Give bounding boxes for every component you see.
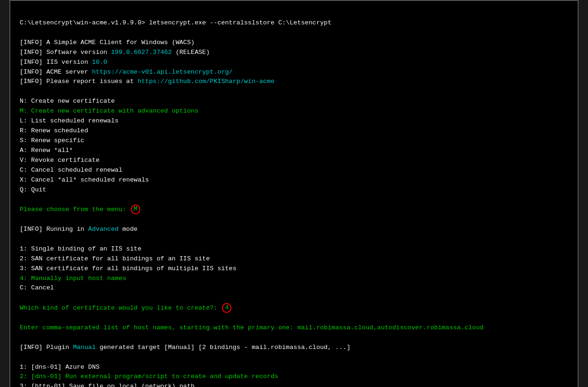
opt-1: 1: Single binding of an IIS site: [20, 245, 141, 252]
prompt-choose: Please choose from the menu:: [20, 206, 130, 213]
menu-x: X: Cancel *all* scheduled renewals: [20, 176, 149, 183]
terminal-content: C:\Letsencrypt\win-acme.v1.9.9.0> letsen…: [20, 8, 568, 387]
opt-c: C: Cancel: [20, 284, 54, 291]
info-wacs: [INFO] A Simple ACME Client for Windows …: [20, 39, 195, 46]
opt-4: 4: Manually input host names: [20, 275, 126, 282]
prompt-cert-input: 4: [222, 303, 231, 312]
terminal-window: C:\Letsencrypt\win-acme.v1.9.9.0> letsen…: [9, 0, 579, 387]
menu-r: R: Renew scheduled: [20, 127, 88, 134]
prompt-cert: Which kind of certificate would you like…: [20, 304, 221, 311]
opt-3: 3: SAN certificate for all bindings of m…: [20, 265, 237, 272]
menu-l: L: List scheduled renewals: [20, 117, 119, 124]
info-iis-prefix: [INFO] IIS version: [20, 59, 92, 66]
title-line: C:\Letsencrypt\win-acme.v1.9.9.0> letsen…: [20, 19, 331, 26]
menu-m: M: Create new certificate with advanced …: [20, 107, 199, 114]
version-suffix: (RELEASE): [172, 49, 210, 56]
info-report-prefix: [INFO] Please report issues at: [20, 78, 137, 85]
dns-2: 2: [dns-01] Run external program/script …: [20, 373, 278, 380]
version-value: 199.0.6627.37462: [111, 49, 172, 56]
prompt-hosts: Enter comma-separated list of host names…: [20, 324, 483, 331]
menu-s: S: Renew specific: [20, 137, 84, 144]
info-running-prefix: [INFO] Running in: [20, 226, 88, 233]
info-plugin-prefix: [INFO] Plugin: [20, 344, 73, 351]
menu-v: V: Revoke certificate: [20, 157, 99, 164]
menu-a: A: Renew *all*: [20, 147, 73, 154]
manual-label: Manual: [73, 344, 96, 351]
running-mode: mode: [119, 226, 138, 233]
menu-n: N: Create new certificate: [20, 98, 115, 105]
report-url: https://github.com/PKISharp/win-acme: [137, 78, 275, 85]
http-3: 3: [http-01] Save file on local (network…: [20, 383, 195, 387]
advanced-label: Advanced: [88, 226, 119, 233]
iis-value: 10.0: [92, 59, 107, 66]
plugin-rest: generated target [Manual] [2 bindings - …: [96, 344, 351, 351]
menu-c: C: Cancel scheduled renewal: [20, 167, 122, 174]
info-version-prefix: [INFO] Software version: [20, 49, 111, 56]
acme-url: https://acme-v01.api.letsencrypt.org/: [92, 68, 233, 76]
prompt-choose-input: M: [131, 205, 140, 214]
dns-1: 1: [dns-01] Azure DNS: [20, 364, 99, 371]
opt-2: 2: SAN certificate for all bindings of a…: [20, 255, 210, 262]
info-acme-prefix: [INFO] ACME server: [20, 68, 92, 76]
menu-q: Q: Quit: [20, 186, 46, 193]
